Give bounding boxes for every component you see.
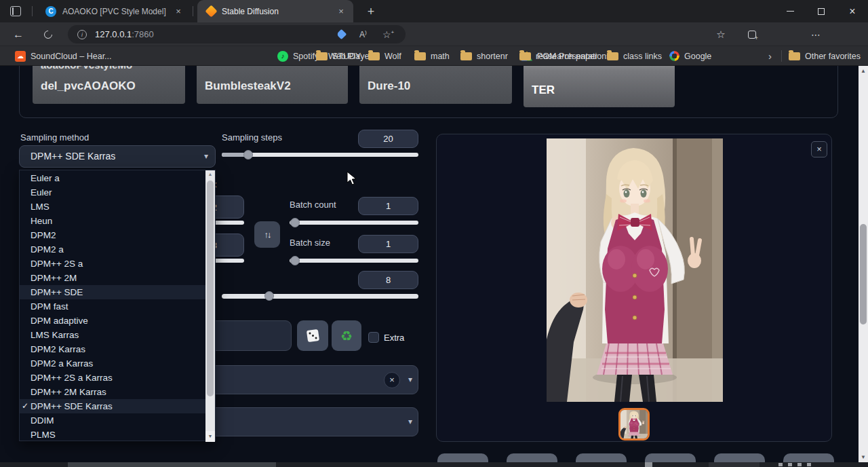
bookmark-math[interactable]: math bbox=[414, 46, 450, 66]
scroll-up-icon[interactable]: ▲ bbox=[205, 172, 215, 176]
clear-icon[interactable]: × bbox=[384, 372, 400, 388]
browser-toolbar: ← i 127.0.0.1:7860 A) ☆+ O » ✦ IA AD S ◉… bbox=[0, 22, 868, 46]
taskbar-peek-icon bbox=[645, 462, 652, 467]
cfg-scale-slider[interactable] bbox=[222, 294, 418, 299]
batch-size-input[interactable]: 1 bbox=[358, 235, 418, 253]
bookmarks-overflow-chevron[interactable]: › bbox=[768, 46, 772, 66]
dropdown-scrollbar-thumb[interactable] bbox=[207, 181, 214, 396]
dropdown-option[interactable]: DPM++ 2S a bbox=[20, 257, 207, 271]
scroll-down-icon[interactable]: ▼ bbox=[205, 431, 215, 442]
minimize-button[interactable] bbox=[774, 0, 806, 22]
model-card-ter[interactable]: TER bbox=[524, 66, 675, 107]
read-aloud-icon[interactable]: A) bbox=[359, 29, 367, 39]
tab-close-icon[interactable]: × bbox=[336, 6, 347, 16]
dropdown-option[interactable]: LMS Karras bbox=[20, 328, 207, 342]
site-info-icon[interactable]: i bbox=[77, 30, 87, 39]
generated-image[interactable] bbox=[547, 138, 723, 402]
favorites-hub-icon[interactable]: ☆ bbox=[712, 22, 730, 46]
refresh-button[interactable] bbox=[39, 22, 57, 46]
page-scrollbar[interactable]: ▲ ▼ bbox=[859, 66, 868, 462]
bookmark-class-links[interactable]: class links bbox=[607, 46, 662, 66]
tag-icon[interactable] bbox=[336, 29, 347, 40]
batch-count-input[interactable]: 1 bbox=[358, 197, 418, 215]
bookmark-study[interactable]: STUDY bbox=[316, 46, 361, 66]
stable-diffusion-page: aoaokoPvcstyleMo del_pvcAOAOKO Bumbleste… bbox=[0, 66, 868, 467]
tab-actions-icon[interactable] bbox=[10, 6, 21, 16]
google-icon bbox=[669, 51, 679, 61]
dropdown-option[interactable]: DPM fast bbox=[20, 299, 207, 314]
folder-icon bbox=[316, 52, 328, 60]
screen: C AOAOKO [PVC Style Model] - PV × Stable… bbox=[0, 0, 868, 467]
dropdown-option[interactable]: DPM2 a Karras bbox=[20, 356, 207, 371]
back-button[interactable]: ← bbox=[9, 22, 27, 46]
cfg-scale-slider-knob[interactable] bbox=[264, 291, 274, 301]
dropdown-option[interactable]: DPM++ 2S a Karras bbox=[20, 371, 207, 385]
bookmark-google[interactable]: Google bbox=[669, 46, 711, 66]
taskbar-peek-glyph bbox=[797, 463, 802, 466]
batch-size-slider-knob[interactable] bbox=[290, 256, 300, 265]
folder-icon bbox=[789, 52, 800, 60]
reuse-seed-button[interactable]: ♻ bbox=[332, 320, 361, 351]
bookmark-soundcloud[interactable]: ☁ SoundCloud – Hear... bbox=[15, 46, 112, 66]
bookmark-shortenr[interactable]: shortenr bbox=[460, 46, 508, 66]
batch-count-slider[interactable] bbox=[290, 221, 418, 225]
tab-stable-diffusion[interactable]: Stable Diffusion × bbox=[197, 0, 353, 22]
page-scrollbar-thumb[interactable] bbox=[860, 224, 867, 324]
dropdown-option[interactable]: PLMS bbox=[20, 428, 207, 442]
taskbar-peek-block bbox=[709, 462, 760, 467]
maximize-button[interactable] bbox=[806, 0, 837, 22]
random-seed-button[interactable] bbox=[297, 320, 328, 351]
bottom-scrollbar-track[interactable] bbox=[0, 462, 868, 467]
bottom-scrollbar-thumb[interactable] bbox=[68, 462, 276, 467]
dropdown-option[interactable]: Heun bbox=[20, 214, 207, 228]
model-card-bumblesteak[interactable]: BumblesteakV2 bbox=[197, 66, 348, 104]
dropdown-option[interactable]: LMS bbox=[20, 200, 207, 214]
gradio-favicon bbox=[205, 5, 217, 17]
dropdown-option-selected[interactable]: ✓ DPM++ SDE Karras bbox=[20, 399, 207, 413]
tab-close-icon[interactable]: × bbox=[173, 6, 184, 16]
scroll-down-icon[interactable]: ▼ bbox=[859, 454, 868, 460]
model-card-del-pvcAOAOKO[interactable]: aoaokoPvcstyleMo del_pvcAOAOKO bbox=[33, 66, 185, 104]
dropdown-option[interactable]: DPM2 Karras bbox=[20, 342, 207, 356]
extra-checkbox-label: Extra bbox=[384, 333, 404, 343]
tab-civitai[interactable]: C AOAOKO [PVC Style Model] - PV × bbox=[37, 0, 192, 22]
batch-size-slider[interactable] bbox=[290, 259, 418, 263]
gallery-thumbnail[interactable] bbox=[618, 408, 650, 441]
dropdown-option[interactable]: DPM++ 2M bbox=[20, 271, 207, 285]
recycle-icon: ♻ bbox=[340, 328, 353, 344]
sampling-steps-slider-knob[interactable] bbox=[243, 150, 253, 160]
swap-dimensions-button[interactable]: ↑↓ bbox=[254, 221, 280, 248]
dice-icon bbox=[306, 329, 319, 342]
batch-count-slider-knob[interactable] bbox=[290, 218, 300, 227]
new-tab-button[interactable]: + bbox=[363, 3, 379, 20]
soundcloud-icon: ☁ bbox=[15, 51, 26, 62]
dropdown-option[interactable]: DPM2 a bbox=[20, 242, 207, 257]
model-card-dure10[interactable]: Dure-10 bbox=[359, 66, 512, 104]
extra-checkbox[interactable] bbox=[368, 332, 379, 343]
dropdown-option[interactable]: DPM++ 2M Karras bbox=[20, 385, 207, 399]
swap-icon: ↑↓ bbox=[264, 229, 271, 240]
dropdown-option[interactable]: Euler a bbox=[20, 171, 207, 185]
close-window-button[interactable]: × bbox=[837, 0, 868, 22]
dropdown-option[interactable]: Euler bbox=[20, 185, 207, 200]
sampling-steps-input[interactable]: 20 bbox=[358, 130, 418, 148]
dropdown-option-hovered[interactable]: DPM++ SDE bbox=[20, 285, 207, 299]
bookmark-wolf[interactable]: Wolf bbox=[368, 46, 401, 66]
dropdown-scrollbar[interactable]: ▲ ▼ bbox=[205, 170, 215, 442]
sampling-method-select[interactable]: DPM++ SDE Karras ▾ bbox=[19, 145, 216, 168]
cfg-scale-input[interactable]: 8 bbox=[358, 271, 418, 289]
more-menu-icon[interactable]: ⋯ bbox=[807, 22, 825, 46]
close-gallery-button[interactable]: × bbox=[811, 141, 827, 157]
bookmark-reasearch-paper[interactable]: reasearch paper bbox=[519, 46, 597, 66]
dropdown-option[interactable]: DPM2 bbox=[20, 228, 207, 242]
collections-icon[interactable]: + bbox=[743, 22, 761, 46]
address-bar[interactable]: i 127.0.0.1:7860 A) ☆+ bbox=[68, 25, 406, 43]
batch-size-label: Batch size bbox=[290, 238, 330, 248]
scroll-up-icon[interactable]: ▲ bbox=[859, 68, 868, 74]
chevron-down-icon: ▾ bbox=[204, 146, 208, 167]
mouse-cursor bbox=[347, 171, 360, 186]
add-favorite-icon[interactable]: ☆+ bbox=[382, 29, 394, 40]
dropdown-option[interactable]: DDIM bbox=[20, 413, 207, 428]
dropdown-option[interactable]: DPM adaptive bbox=[20, 314, 207, 328]
other-favorites[interactable]: Other favorites bbox=[789, 46, 861, 66]
